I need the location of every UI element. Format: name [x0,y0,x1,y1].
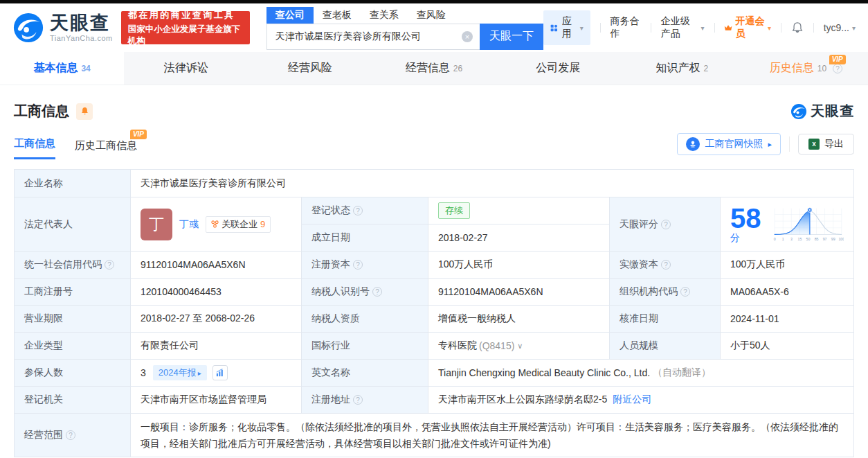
field-label-staff-size: 人员规模 [610,333,721,360]
status-badge: 存续 [438,202,470,219]
help-icon[interactable]: ? [680,287,690,297]
search-tab-boss[interactable]: 查老板 [314,7,361,24]
field-label-english-name: 英文名称 [302,360,428,387]
subtab-business-registration[interactable]: 工商信息 [14,137,55,159]
field-label-company-type: 企业类型 [15,333,131,360]
tab-count: 2 [703,64,708,73]
search-tab-relation[interactable]: 查关系 [361,7,408,24]
svg-text:3: 3 [790,236,793,240]
search-button[interactable]: 天眼一下 [480,24,543,50]
tab-count: 10 [817,64,826,73]
field-value-legal-rep: 丁 丁彧 关联企业 9 [131,197,302,252]
field-label-reg-authority: 登记机关 [15,387,131,414]
field-value-staff-size: 小于50人 [721,333,854,360]
help-icon[interactable]: ? [353,260,363,270]
field-label-credit-code: 统一社会信用代码 ? [15,252,131,279]
field-label-reg-status: 登记状态 ? [302,197,428,224]
tab-count: 26 [453,64,462,73]
bar-chart-icon [216,369,224,377]
nav-enterprise-label: 企业级产品 [661,15,698,40]
auto-translate-note: （自动翻译） [653,367,711,379]
promo-banner: 都在用的商业查询工具 国家中小企业发展子基金旗下机构 [121,11,250,44]
tab-legal-proceedings[interactable]: 法律诉讼 [124,52,248,85]
nav-open-vip[interactable]: 开通会员 ▾ [724,15,771,40]
tab-history-info[interactable]: VIP 历史信息 10 ? [744,52,868,85]
tab-label: 公司发展 [536,61,580,76]
field-value-approval-date: 2024-11-01 [721,306,854,333]
svg-text:99: 99 [831,236,835,240]
tianyancha-logo[interactable]: 天眼查 TianYanCha.com [12,12,113,44]
tab-intellectual-property[interactable]: 知识产权 2 [620,52,744,85]
tab-company-development[interactable]: 公司发展 [496,52,620,85]
tianyancha-logo-icon [790,103,807,120]
tab-basic-info[interactable]: 基本信息 34 [0,52,124,85]
score-value: 58 [730,203,761,234]
score-cell[interactable]: 58分 [721,197,854,252]
label-text: 经营范围 [24,429,63,441]
svg-text:100: 100 [838,236,844,240]
tab-label: 知识产权 [655,61,700,76]
main-content: 工商信息 天眼查 工商信息 历史工商信息 VIP 工商官网快照 [0,102,868,457]
help-icon[interactable]: ? [105,260,114,270]
nav-cooperation[interactable]: 商务合作 [610,15,641,40]
help-icon[interactable]: ? [661,260,671,270]
subtab-history-registration[interactable]: 历史工商信息 VIP [75,139,137,159]
official-snapshot-button[interactable]: 工商官网快照 ▸ [677,133,781,155]
label-text: 登记状态 [311,204,350,217]
legal-rep-name-link[interactable]: 丁彧 [179,218,199,231]
header: 天眼查 TianYanCha.com 都在用的商业查询工具 国家中小企业发展子基… [0,3,868,52]
help-icon[interactable]: ? [372,287,382,297]
field-value-business-scope: 一般项目：诊所服务；化妆品零售。（除依法须经批准的项目外，凭营业执照依法自主开展… [131,414,854,457]
tab-count: 34 [81,64,90,73]
nav-enterprise[interactable]: 企业级产品 ▾ [661,15,705,40]
tab-label: 经营风险 [288,61,332,76]
caret-down-icon: ▾ [701,24,705,32]
svg-text:1: 1 [782,236,784,240]
search-input[interactable] [266,24,480,50]
nav-vip-label: 开通会员 [736,15,765,40]
divider [714,23,715,33]
notification-bell-icon[interactable] [791,21,804,34]
svg-text:15: 15 [798,236,802,240]
caret-down-icon: ▾ [580,24,584,32]
help-icon[interactable]: ? [353,395,363,405]
account-menu[interactable]: tyc9... ▾ [824,22,856,33]
clear-input-icon[interactable]: × [462,31,473,42]
tab-operating-risk[interactable]: 经营风险 [248,52,372,85]
promo-line1: 都在用的商业查询工具 [128,9,243,21]
related-companies-badge[interactable]: 关联企业 9 [206,216,271,233]
subscribe-bell-icon[interactable] [76,103,93,120]
search-tab-company[interactable]: 查公司 [266,7,314,24]
legal-rep-avatar[interactable]: 丁 [141,209,172,240]
logo-domain: TianYanCha.com [50,34,113,42]
tianyancha-logo-icon [12,12,44,44]
apps-label: 应用 [562,15,576,40]
field-label-reg-number: 工商注册号 [15,279,131,306]
label-text: 注册地址 [311,394,350,406]
english-name-text: Tianjin Chengxing Medical Beauty Clinic … [438,367,650,378]
tab-business-info[interactable]: 经营信息 26 [372,52,496,85]
chevron-down-icon[interactable]: ∨ [517,342,523,351]
divider [600,23,601,33]
annual-report-badge[interactable]: 2024年报 ▸ [153,365,207,380]
vip-badge: VIP [130,130,147,139]
field-label-reg-capital: 注册资本 ? [302,252,428,279]
export-button[interactable]: x 导出 [798,134,854,155]
arrow-right-icon: ▸ [768,140,772,149]
trend-chart-button[interactable] [213,365,228,380]
search-tab-risk[interactable]: 查风险 [408,7,455,24]
arrow-right-icon: ▸ [198,369,201,377]
field-label-score: 天眼评分 ? [610,197,721,252]
help-icon[interactable]: ? [833,64,842,73]
field-value-org-code: MA06AA5X-6 [721,279,854,306]
apps-menu[interactable]: 应用 ▾ [543,10,590,45]
excel-icon: x [808,139,820,150]
industry-name: 专科医院 [438,340,477,352]
help-icon[interactable]: ? [661,220,671,229]
caret-down-icon: ▾ [852,24,856,32]
nearby-companies-link[interactable]: 附近公司 [613,394,651,406]
help-icon[interactable]: ? [353,206,363,215]
help-icon[interactable]: ? [66,430,75,440]
subtab-label: 历史工商信息 [75,139,137,151]
field-value-industry[interactable]: 专科医院 (Q8415) ∨ [428,333,610,360]
